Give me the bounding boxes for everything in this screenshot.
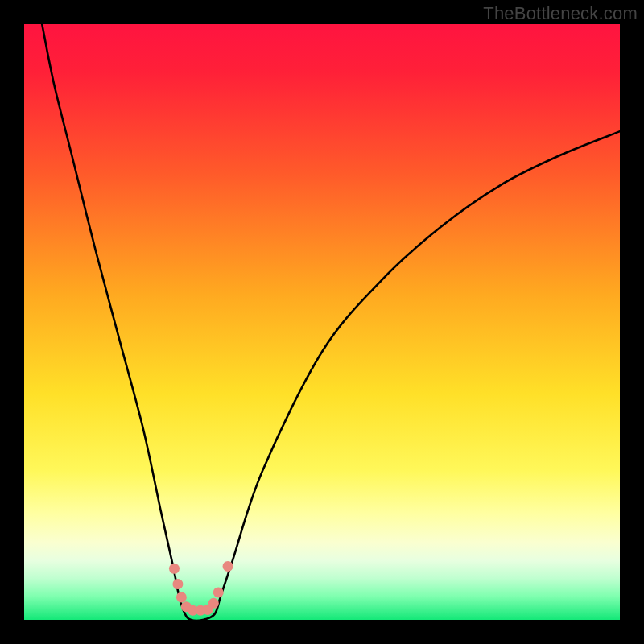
- curve-marker: [176, 592, 187, 602]
- plot-area: [24, 24, 620, 620]
- curve-marker: [169, 564, 180, 574]
- curve-marker: [172, 579, 183, 589]
- curve-marker: [223, 561, 233, 572]
- attribution-text: TheBottleneck.com: [483, 3, 638, 24]
- bottleneck-curve: [42, 24, 620, 620]
- curve-marker: [213, 587, 224, 597]
- chart-frame: TheBottleneck.com: [0, 0, 644, 644]
- curve-marker: [208, 598, 219, 609]
- curve-layer: [24, 24, 620, 620]
